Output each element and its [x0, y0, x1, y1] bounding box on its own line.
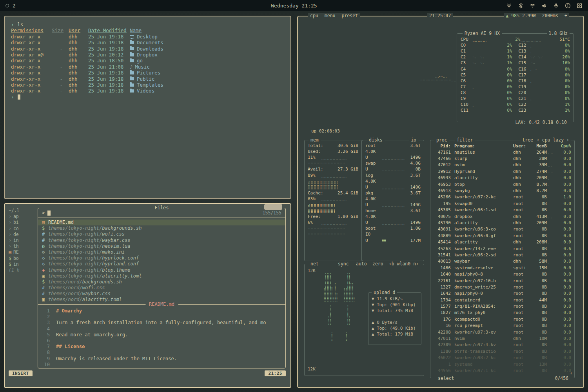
proc-row[interactable]: 47161nautilusdhh264M⡀⣀0.0: [434, 149, 571, 155]
workspace-icon[interactable]: [5, 4, 9, 7]
picker-item[interactable]: ◈themes/tokyo-night/btop.theme: [38, 267, 285, 273]
tree-item[interactable]: $bo: [9, 256, 36, 261]
proc-row[interactable]: 39912Hyprlanddhh274M⣀⣀0.0: [434, 168, 571, 174]
proc-row[interactable]: 45305kworker/u96:1-sdroot0B0.0: [434, 207, 571, 213]
proc-filter-button[interactable]: filter: [455, 137, 475, 143]
btop-preset-button[interactable]: preset: [341, 13, 358, 18]
file-name[interactable]: Templates: [130, 82, 287, 88]
disks-io-title[interactable]: io: [409, 137, 418, 143]
proc-row[interactable]: 1794containerdroot44M0.0: [434, 297, 571, 303]
proc-header-user[interactable]: User:: [513, 143, 531, 149]
proc-box-title[interactable]: proc: [434, 137, 449, 143]
file-name[interactable]: Desktop: [130, 34, 287, 40]
volume-icon[interactable]: [541, 3, 547, 9]
picker-item[interactable]: #themes/tokyo-night/waybar.css: [38, 238, 285, 243]
file-name[interactable]: Pictures: [130, 70, 287, 76]
proc-row[interactable]: 44889kworker/u96:0-gfroot0B0.0: [434, 232, 571, 239]
file-name[interactable]: ♪Music: [130, 64, 287, 70]
picker-item[interactable]: ◐themes/tokyo-night/neovim.lua: [38, 243, 285, 249]
proc-row[interactable]: 176kcompactd0root0B0.0: [434, 316, 571, 322]
proc-select-button[interactable]: select: [436, 376, 456, 381]
proc-sort-selector[interactable]: ‹ cpu lazy ›: [535, 137, 571, 143]
proc-row[interactable]: 43091kworker/u96:3-coroot0B0.0: [434, 226, 571, 232]
proc-scroll-down-icon[interactable]: ↓: [570, 370, 572, 376]
proc-row[interactable]: 1systemdroot13M0.0: [434, 361, 571, 367]
net-zero-toggle[interactable]: zero: [370, 261, 385, 267]
bluetooth-icon[interactable]: [518, 3, 524, 9]
tree-item[interactable]: ›ap: [9, 214, 36, 220]
disks-box-title[interactable]: disks: [367, 137, 385, 143]
picker-item[interactable]: #themes/nord/wofi.css: [38, 285, 285, 291]
proc-header-program[interactable]: Program:: [454, 143, 513, 149]
proc-row[interactable]: 44956kworker/u97:1-kcroot0B0.0: [434, 367, 571, 374]
proc-row[interactable]: 195kswapd0root0B0.0: [434, 200, 571, 207]
picker-item[interactable]: #themes/nord/waybar.css: [38, 291, 285, 297]
proc-row[interactable]: 1640napi/phy0-8root0B0.0: [434, 271, 571, 277]
proc-row[interactable]: 1642napi/phy0-0root0B0.0: [434, 290, 571, 297]
net-interface-switcher[interactable]: ‹b wlan0 n›: [387, 261, 421, 267]
file-name[interactable]: Documents: [130, 40, 287, 45]
btop-menu-button[interactable]: menu: [325, 13, 336, 18]
tree-item[interactable]: $in: [9, 261, 36, 267]
proc-header-cpu[interactable]: Cpu%: [558, 143, 571, 149]
picker-item[interactable]: #themes/tokyo-night/wofi.css: [38, 231, 285, 237]
file-name[interactable]: Videos: [130, 88, 287, 94]
file-name[interactable]: go: [130, 58, 287, 64]
proc-row[interactable]: 16rcu_preemptroot0B0.0: [434, 323, 571, 329]
refresh-interval[interactable]: 2000ms: [542, 13, 559, 18]
proc-row[interactable]: 45730alacrittydhh209M0.0: [434, 220, 571, 226]
proc-row[interactable]: 1827mt76-tx phy0root0B0.0: [434, 310, 571, 316]
proc-row[interactable]: 47012nvimdhh39M⣀⡀0.0: [434, 162, 571, 168]
proc-row[interactable]: 40075dropboxdhh413M⡀⡀0.0: [434, 213, 571, 220]
wifi-icon[interactable]: [530, 3, 535, 9]
net-sync-toggle[interactable]: sync: [336, 261, 351, 267]
proc-row[interactable]: 42208kworker/u97:3-evroot0B0.0: [434, 329, 571, 335]
proc-row[interactable]: 46953btopdhh8.7M⡀0.0: [434, 181, 571, 187]
proc-header-pid[interactable]: Pid:: [434, 143, 451, 149]
mem-box-title[interactable]: mem: [309, 137, 321, 143]
picker-item[interactable]: ◇themes/tokyo-night/hyprland.conf: [38, 261, 285, 267]
file-name[interactable]: Dropbox: [130, 52, 287, 58]
proc-row[interactable]: 42309kworker/u97:4-kvroot0B0.0: [434, 342, 571, 348]
net-box-title[interactable]: net: [309, 261, 321, 267]
picker-item[interactable]: $themes/tokyo-night/backgrounds.sh: [38, 225, 285, 231]
proc-row[interactable]: 45414alacrittydhh208M⡀0.0: [434, 239, 571, 245]
tray-expand-icon[interactable]: [506, 3, 512, 9]
tree-item[interactable]: ▤RE: [9, 249, 36, 255]
proc-row[interactable]: 1577irq/81-PIXA3854:root0B0.0: [434, 303, 571, 309]
proc-row[interactable]: 46913swaybgdhh8.7M0.0: [434, 187, 571, 194]
picker-scrollbar-thumb[interactable]: [264, 204, 282, 210]
picker-item[interactable]: $themes/nord/backgrounds.sh: [38, 279, 285, 285]
apps-grid-icon[interactable]: [577, 3, 583, 9]
file-name[interactable]: Downloads: [130, 46, 287, 52]
proc-row[interactable]: 46072kworker/u98:2-kcroot0B0.0: [434, 355, 571, 361]
tree-item[interactable]: ›co: [9, 226, 36, 232]
proc-row[interactable]: 45263kworker/14:2-everoot0B0.6: [434, 245, 571, 252]
proc-row[interactable]: 22161kworker/u97:10-broot0B0.0: [434, 278, 571, 284]
tree-item[interactable]: ›bi: [9, 220, 36, 225]
picker-item[interactable]: ⚙themes/tokyo-night/mako.ini: [38, 249, 285, 255]
tree-item[interactable]: ~/.l: [9, 208, 36, 214]
picker-item[interactable]: ▤README.md: [38, 220, 285, 225]
refresh-increase-button[interactable]: +: [564, 13, 567, 18]
proc-row[interactable]: 47011nvimdhh10M0.0: [434, 335, 571, 341]
picker-item[interactable]: ◇themes/tokyo-night/hyprlock.conf: [38, 255, 285, 261]
file-name[interactable]: Public: [130, 76, 287, 82]
proc-row[interactable]: 31541kworker/u96:2-sdroot0B0.0: [434, 252, 571, 258]
proc-row[interactable]: 46933alacrittydhh209M⡀0.0: [434, 175, 571, 181]
workspace-number[interactable]: 2: [13, 3, 16, 9]
proc-row[interactable]: 1486systemd-resolvesyst+15M0.0: [434, 265, 571, 271]
proc-row[interactable]: 1380btrfs-transactioroot0B0.0: [434, 348, 571, 354]
proc-row[interactable]: 45266kworker/u97:2-kcroot0B1.0: [434, 194, 571, 200]
tree-item[interactable]: ›in: [9, 238, 36, 243]
proc-row[interactable]: 47466slurpdhh28M0.0: [434, 155, 571, 162]
btop-tab-cpu[interactable]: cpu: [310, 13, 318, 18]
tree-item[interactable]: ›th: [9, 243, 36, 249]
proc-row[interactable]: 1327dmcrypt_write/25root0B0.0: [434, 284, 571, 290]
proc-row[interactable]: 40013waybardhh58M⡀0.0: [434, 258, 571, 265]
picker-item[interactable]: ▣themes/tokyo-night/alacritty.toml: [38, 273, 285, 279]
microphone-icon[interactable]: [553, 3, 559, 9]
info-icon[interactable]: [565, 3, 571, 9]
tree-item[interactable]: ›de: [9, 232, 36, 238]
proc-tree-toggle[interactable]: tree: [520, 137, 535, 143]
